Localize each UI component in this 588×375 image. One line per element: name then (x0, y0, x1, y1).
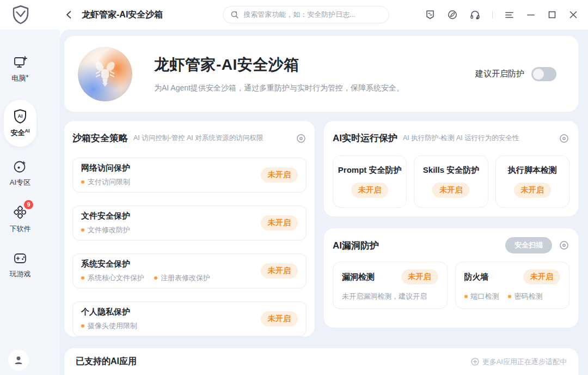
bullet-dot (81, 180, 84, 184)
supported-apps-card: 已支持的AI应用 更多AI应用正在逐步适配中 (64, 348, 578, 375)
status-badge: 未开启 (401, 269, 438, 285)
sandbox-policy-card: 沙箱安全策略 AI 访问控制-管控 AI 对系统资源的访问权限 网络访问保护 支… (64, 121, 315, 336)
bullet-dot (154, 276, 157, 280)
sidebar-item-ai-zone[interactable]: AI专区 (4, 159, 36, 188)
status-badge: 未开启 (432, 183, 469, 198)
vuln-tag: 密码检测 (508, 292, 543, 301)
bullet-dot (81, 228, 84, 232)
runtime-item-title: Prompt 安全防护 (333, 165, 406, 176)
app-window: 龙虾管家-AI安全沙箱 搜索管家功能，如：安全防护日志... (0, 0, 588, 375)
runtime-protection-subtitle: AI 执行防护-检测 AI 运行行为的安全性 (403, 134, 519, 143)
policy-tag: 文件修改防护 (81, 225, 130, 235)
vuln-item-title: 防火墙 (464, 272, 489, 282)
message-badge-icon[interactable] (425, 9, 436, 20)
back-icon[interactable] (64, 10, 74, 20)
vuln-tag: 端口检测 (464, 292, 499, 301)
runtime-item-title: 执行脚本检测 (496, 165, 569, 176)
status-badge: 未开启 (351, 183, 388, 198)
shield-ai-icon: AI (12, 108, 28, 124)
vuln-protection-title: AI漏洞防护 (333, 239, 379, 252)
bullet-dot (81, 324, 84, 328)
security-scan-button[interactable]: 安全扫描 (505, 237, 552, 253)
vuln-item-firewall[interactable]: 防火墙 未开启 端口检测 密码检测 (455, 262, 570, 309)
sidebar-item-software[interactable]: 9 下软件 (4, 204, 36, 234)
monitor-plus-icon (13, 55, 28, 70)
policy-item-network[interactable]: 网络访问保护 支付访问限制 未开启 (72, 158, 307, 192)
status-badge: 未开启 (261, 311, 298, 326)
hero-card: 龙虾管家-AI安全沙箱 为AI Agent提供安全沙箱，通过多重防护与实时行为管… (64, 36, 578, 112)
bullet-dot (464, 295, 468, 298)
user-avatar[interactable] (8, 350, 29, 371)
runtime-item-prompt[interactable]: Prompt 安全防护 未开启 (333, 155, 407, 208)
runtime-protection-title: AI实时运行保护 (333, 132, 397, 144)
policy-item-privacy[interactable]: 个人隐私保护 摄像头使用限制 未开启 (72, 301, 307, 336)
search-icon (230, 10, 239, 19)
maximize-icon[interactable] (547, 10, 557, 20)
policy-item-file[interactable]: 文件安全保护 文件修改防护 未开启 (72, 205, 307, 240)
search-input[interactable]: 搜索管家功能，如：安全防护日志... (223, 6, 389, 23)
runtime-item-script[interactable]: 执行脚本检测 未开启 (495, 155, 569, 208)
sandbox-policy-title: 沙箱安全策略 (72, 132, 128, 144)
menu-icon[interactable] (504, 10, 514, 20)
supported-apps-title: 已支持的AI应用 (76, 356, 137, 367)
policy-item-title: 文件安全保护 (81, 211, 130, 221)
policy-item-title: 个人隐私保护 (81, 307, 137, 317)
gamepad-icon (13, 250, 28, 265)
runtime-item-title: Skills 安全防护 (414, 165, 487, 176)
sidebar-item-games[interactable]: 玩游戏 (4, 250, 36, 279)
vuln-item-detection[interactable]: 漏洞检测 未开启 未开启漏洞检测，建议开启 (333, 262, 448, 309)
hero-subtitle: 为AI Agent提供安全沙箱，通过多重防护与实时行为管控，保障系统安全。 (154, 83, 404, 93)
toggle-knob (533, 69, 544, 80)
more-apps-note-text: 更多AI应用正在逐步适配中 (482, 357, 567, 367)
sidebar-item-security-ai[interactable]: AI 安全AI (4, 100, 36, 146)
bullet-dot (508, 295, 511, 298)
policy-tag: 支付访问限制 (81, 177, 130, 187)
policy-tag: 系统核心文件保护 (81, 273, 144, 283)
policy-item-title: 系统安全保护 (81, 259, 210, 269)
close-icon[interactable] (568, 10, 578, 20)
settings-icon[interactable] (559, 240, 569, 251)
status-badge: 未开启 (261, 263, 298, 279)
titlebar-divider (492, 11, 493, 19)
sidebar-item-label: 下软件 (10, 224, 31, 234)
search-placeholder: 搜索管家功能，如：安全防护日志... (243, 10, 356, 20)
settings-icon[interactable] (296, 133, 307, 144)
app-logo-shield-icon (10, 4, 32, 26)
minimize-icon[interactable] (526, 10, 536, 20)
more-apps-note[interactable]: 更多AI应用正在逐步适配中 (471, 357, 567, 367)
headset-icon[interactable] (469, 9, 481, 21)
lobster-logo (78, 47, 132, 101)
software-count-badge: 9 (24, 200, 33, 209)
sidebar: 电脑+ AI 安全AI AI专区 (0, 29, 60, 375)
person-icon (13, 355, 24, 366)
page-title: 龙虾管家-AI安全沙箱 (82, 9, 163, 21)
titlebar: 龙虾管家-AI安全沙箱 搜索管家功能，如：安全防护日志... (0, 0, 588, 29)
vuln-item-desc: 未开启漏洞检测，建议开启 (342, 292, 438, 301)
protection-toggle[interactable] (531, 67, 556, 81)
toggle-label: 建议开启防护 (475, 69, 524, 79)
compass-sparkle-icon (13, 159, 28, 174)
vuln-item-title: 漏洞检测 (342, 272, 375, 282)
sandbox-policy-subtitle: AI 访问控制-管控 AI 对系统资源的访问权限 (133, 134, 263, 143)
policy-tag: 注册表修改保护 (154, 273, 210, 283)
svg-text:AI: AI (18, 113, 23, 119)
status-badge: 未开启 (261, 215, 298, 231)
sidebar-item-label: 安全AI (11, 128, 30, 138)
titlebar-actions (425, 9, 578, 21)
policy-item-title: 网络访问保护 (81, 163, 130, 173)
hero-title: 龙虾管家-AI安全沙箱 (154, 55, 404, 75)
status-badge: 未开启 (523, 269, 560, 285)
circle-plus-icon (471, 358, 479, 366)
settings-icon[interactable] (559, 133, 569, 144)
feather-icon[interactable] (447, 9, 458, 20)
sidebar-item-computer[interactable]: 电脑+ (4, 55, 36, 83)
vuln-protection-card: AI漏洞防护 安全扫描 漏洞检测 未开启 (324, 228, 578, 328)
main-content: 龙虾管家-AI安全沙箱 为AI Agent提供安全沙箱，通过多重防护与实时行为管… (60, 29, 588, 375)
status-badge: 未开启 (261, 167, 298, 183)
runtime-protection-card: AI实时运行保护 AI 执行防护-检测 AI 运行行为的安全性 Prompt 安… (324, 121, 578, 216)
policy-item-system[interactable]: 系统安全保护 系统核心文件保护 注册表修改保护 未开启 (72, 253, 307, 288)
policy-tag: 摄像头使用限制 (81, 321, 137, 331)
sidebar-item-label: 玩游戏 (10, 269, 31, 279)
bullet-dot (81, 276, 84, 280)
runtime-item-skills[interactable]: Skills 安全防护 未开启 (414, 155, 488, 208)
